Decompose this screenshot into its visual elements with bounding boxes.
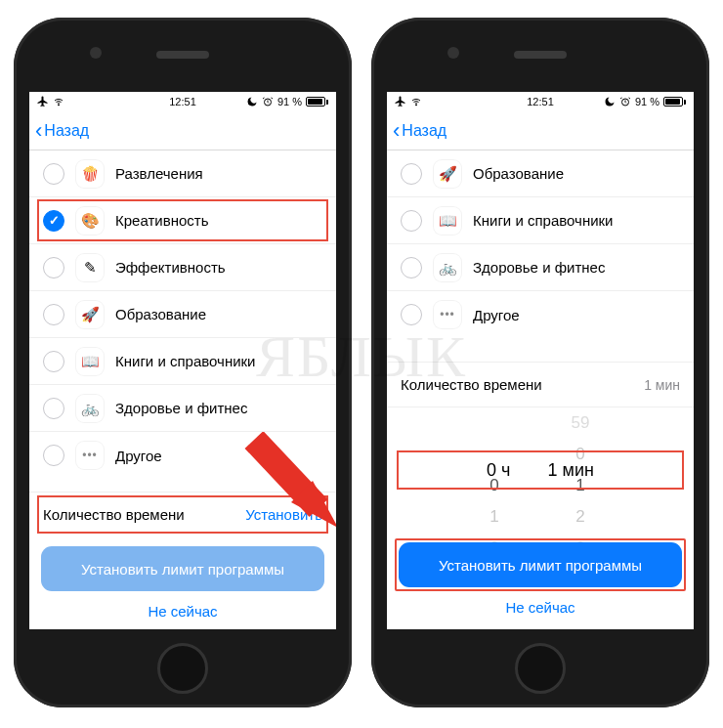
- category-row[interactable]: 🚲Здоровье и фитнес: [387, 244, 694, 291]
- category-label: Здоровье и фитнес: [115, 400, 247, 416]
- category-label: Здоровье и фитнес: [473, 259, 605, 276]
- category-label: Книги и справочники: [115, 353, 256, 369]
- radio-toggle[interactable]: [401, 210, 422, 232]
- radio-toggle[interactable]: [43, 304, 64, 325]
- time-amount-row: Количество времени 1 мин: [387, 362, 694, 407]
- time-amount-value: 1 мин: [644, 377, 680, 393]
- category-label: Книги и справочники: [473, 212, 614, 229]
- picker-minutes: 1 мин: [548, 460, 594, 481]
- category-row[interactable]: 📖Книги и справочники: [29, 338, 336, 385]
- category-row[interactable]: 🚀Образование: [387, 150, 694, 197]
- set-limit-label: Установить лимит программы: [439, 557, 642, 574]
- speaker-slot: [156, 51, 209, 59]
- radio-toggle[interactable]: [43, 257, 64, 278]
- red-arrow-icon: [234, 432, 336, 549]
- radio-toggle[interactable]: [43, 163, 64, 185]
- nav-bar: ‹ Назад: [29, 111, 336, 150]
- category-icon: 📖: [434, 207, 461, 235]
- category-icon: 🚲: [434, 254, 461, 281]
- radio-toggle[interactable]: [401, 257, 422, 278]
- phone-right: 12:51 91 % ‹ Назад 🚀Образование📖Книги и …: [371, 18, 709, 707]
- category-row[interactable]: 🍿Развлечения: [29, 150, 336, 197]
- category-label: Креативность: [115, 212, 208, 229]
- radio-toggle[interactable]: [43, 445, 64, 466]
- category-row[interactable]: 🚀Образование: [29, 291, 336, 338]
- camera-dot: [447, 47, 459, 59]
- set-limit-button[interactable]: Установить лимит программы: [399, 542, 682, 587]
- home-button[interactable]: [515, 643, 566, 694]
- category-label: Другое: [115, 448, 162, 464]
- category-icon: 📖: [76, 348, 104, 375]
- category-row[interactable]: •••Другое: [387, 291, 694, 338]
- chevron-left-icon: ‹: [35, 120, 42, 142]
- radio-toggle[interactable]: [43, 210, 64, 232]
- radio-toggle[interactable]: [43, 398, 64, 419]
- content-left: 🍿Развлечения🎨Креативность✎Эффективность🚀…: [29, 150, 336, 629]
- back-button[interactable]: ‹ Назад: [393, 120, 447, 142]
- category-label: Образование: [473, 165, 564, 182]
- status-time: 12:51: [387, 96, 694, 107]
- category-icon: 🚀: [76, 301, 104, 328]
- back-label: Назад: [402, 122, 447, 140]
- radio-toggle[interactable]: [401, 304, 422, 325]
- content-right: 🚀Образование📖Книги и справочники🚲Здоровь…: [387, 150, 694, 629]
- camera-dot: [90, 47, 102, 59]
- category-label: Эффективность: [115, 259, 226, 276]
- category-icon: •••: [76, 442, 104, 469]
- category-label: Развлечения: [115, 165, 203, 182]
- category-label: Другое: [473, 307, 520, 323]
- category-icon: 🚲: [76, 395, 104, 422]
- time-picker[interactable]: 0 1 2 59 0 1 2 3 0 ч 1 мин: [387, 407, 694, 533]
- category-row[interactable]: 🎨Креативность: [29, 197, 336, 244]
- time-amount-label: Количество времени: [43, 506, 185, 523]
- radio-toggle[interactable]: [401, 163, 422, 185]
- category-row[interactable]: ✎Эффективность: [29, 244, 336, 291]
- nav-bar: ‹ Назад: [387, 111, 694, 150]
- screen-left: 12:51 91 % ‹ Назад 🍿Развлечения🎨Креативн…: [29, 92, 336, 629]
- status-bar: 12:51 91 %: [387, 92, 694, 111]
- picker-hours: 0 ч: [487, 460, 510, 481]
- category-icon: ✎: [76, 254, 104, 281]
- status-time: 12:51: [29, 96, 336, 107]
- time-amount-label: Количество времени: [401, 376, 542, 393]
- radio-toggle[interactable]: [43, 351, 64, 372]
- chevron-left-icon: ‹: [393, 120, 400, 142]
- set-limit-button[interactable]: Установить лимит программы: [41, 546, 324, 591]
- picker-selection: 0 ч 1 мин: [397, 454, 684, 486]
- category-icon: 🍿: [76, 160, 104, 188]
- home-button[interactable]: [157, 643, 208, 694]
- category-row[interactable]: 📖Книги и справочники: [387, 197, 694, 244]
- category-icon: 🎨: [76, 207, 104, 235]
- back-label: Назад: [44, 122, 89, 140]
- category-label: Образование: [115, 306, 206, 322]
- battery-icon: [306, 97, 328, 107]
- set-limit-label: Установить лимит программы: [81, 561, 284, 578]
- battery-icon: [663, 97, 686, 107]
- back-button[interactable]: ‹ Назад: [35, 120, 89, 142]
- speaker-slot: [514, 51, 567, 59]
- status-bar: 12:51 91 %: [29, 92, 336, 111]
- phone-left: 12:51 91 % ‹ Назад 🍿Развлечения🎨Креативн…: [14, 18, 352, 707]
- category-icon: 🚀: [434, 160, 461, 188]
- screen-right: 12:51 91 % ‹ Назад 🚀Образование📖Книги и …: [387, 92, 694, 629]
- not-now-button[interactable]: Не сейчас: [41, 591, 324, 623]
- category-row[interactable]: 🚲Здоровье и фитнес: [29, 385, 336, 432]
- not-now-button[interactable]: Не сейчас: [399, 587, 682, 620]
- category-icon: •••: [434, 301, 461, 328]
